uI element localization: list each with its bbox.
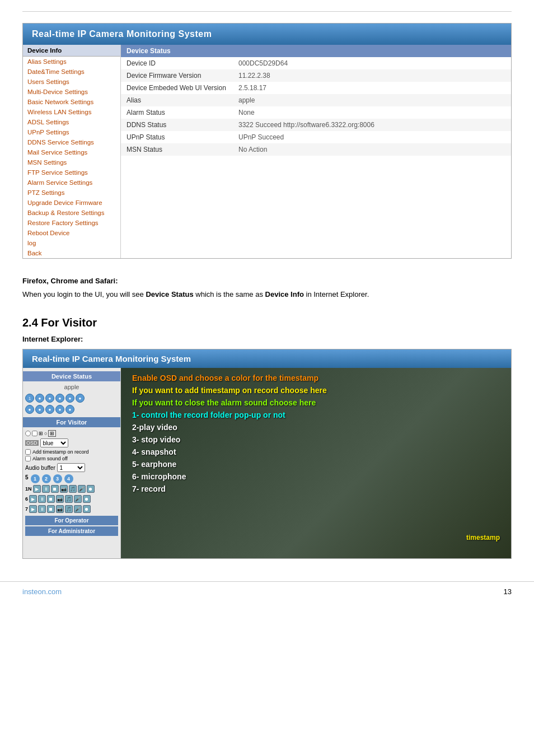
num-circle-2[interactable]: 2 [42, 474, 51, 483]
add-timestamp-checkbox[interactable] [25, 449, 31, 455]
alarm-sound-checkbox[interactable] [25, 456, 31, 461]
controls-row-2: ● ● ● ● ● [23, 404, 120, 415]
add-timestamp-row: Add timestamp on record [23, 449, 120, 455]
controls-row-1: 1 ● ● ● ● ● [23, 393, 120, 404]
table-row: DDNS Status 3322 Succeed http://software… [121, 119, 511, 131]
sidebar-item-adsl[interactable]: ADSL Settings [23, 117, 120, 127]
overlay-line-7: 4- snapshot [132, 447, 500, 456]
camera-feed-overlay: Enable OSD and choose a color for the ti… [121, 368, 511, 558]
channel-btn-18[interactable]: 📷 [56, 505, 64, 513]
sidebar-item-upgrade[interactable]: Upgrade Device Firmware [23, 198, 120, 208]
sidebar-item-upnp[interactable]: UPnP Settings [23, 127, 120, 137]
control-btn-10[interactable]: ● [55, 405, 64, 414]
channel-btn-17[interactable]: ⏹ [47, 505, 55, 513]
sidebar-item-ddns[interactable]: DDNS Service Settings [23, 137, 120, 147]
device-status-header: Device Status [121, 45, 511, 57]
sidebar-item-backup[interactable]: Backup & Restore Settings [23, 208, 120, 218]
status-label: UPnP Status [121, 131, 233, 143]
control-btn-8[interactable]: ● [35, 405, 44, 414]
control-btn-2[interactable]: ● [35, 394, 44, 403]
channel-btn-4[interactable]: 📷 [60, 485, 68, 493]
radio-row: ⊞ ○ ⊞ [23, 430, 120, 437]
control-btn-5[interactable]: ● [65, 394, 74, 403]
overlay-line-4: 1- control the record folder pop-up or n… [132, 410, 500, 419]
num-circle-1[interactable]: 1 [31, 474, 40, 483]
section-24-subtitle: Internet Explorer: [22, 335, 512, 343]
visitor-panel-title: Real-time IP Camera Monitoring System [32, 354, 191, 363]
visitor-camera-panel: Real-time IP Camera Monitoring System De… [22, 349, 512, 559]
control-btn-1[interactable]: 1 [25, 394, 34, 403]
spacer-icon: ○ [44, 431, 47, 436]
sidebar-item-mail[interactable]: Mail Service Settings [23, 147, 120, 157]
audio-buffer-select[interactable]: 1 2 3 [57, 463, 85, 472]
control-btn-6[interactable]: ● [76, 394, 85, 403]
control-btn-4[interactable]: ● [55, 394, 64, 403]
checkbox-1[interactable] [32, 431, 38, 436]
channel-btn-3[interactable]: ⏹ [51, 485, 59, 493]
channel-btn-14[interactable]: ⏺ [83, 495, 91, 503]
visitor-camera-feed: Enable OSD and choose a color for the ti… [121, 368, 511, 558]
browser-note-bold1: Device Status [146, 290, 193, 298]
timestamp-label: timestamp [466, 534, 500, 542]
channel-btn-7[interactable]: ⏺ [87, 485, 95, 493]
table-row: Device Embeded Web UI Version 2.5.18.17 [121, 82, 511, 94]
channel-btn-13[interactable]: 🎤 [74, 495, 82, 503]
channel-btn-20[interactable]: 🎤 [74, 505, 82, 513]
channel-btn-6[interactable]: 🎤 [78, 485, 86, 493]
sidebar-item-users-settings[interactable]: Users Settings [23, 77, 120, 87]
browser-note-bold2: Device Info [265, 290, 304, 298]
channel-btn-16[interactable]: ⏸ [38, 505, 46, 513]
channel-btn-2[interactable]: ⏸ [42, 485, 50, 493]
overlay-line-1: Enable OSD and choose a color for the ti… [132, 374, 500, 382]
sidebar-item-back[interactable]: Back [23, 248, 120, 258]
for-administrator-button[interactable]: For Administrator [25, 526, 118, 536]
sidebar-item-wireless-lan[interactable]: Wireless LAN Settings [23, 107, 120, 117]
sidebar-item-restore-factory[interactable]: Restore Factory Settings [23, 218, 120, 228]
sidebar-item-alarm[interactable]: Alarm Service Settings [23, 178, 120, 188]
sidebar-item-reboot[interactable]: Reboot Device [23, 228, 120, 238]
channel-btn-1[interactable]: ▶ [33, 485, 41, 493]
sidebar-item-alias-settings[interactable]: Alias Settings [23, 57, 120, 67]
num-circle-4[interactable]: 4 [64, 474, 73, 483]
sidebar-item-multi-device[interactable]: Multi-Device Settings [23, 87, 120, 97]
status-label: Alarm Status [121, 106, 233, 119]
channel-btn-21[interactable]: ⏺ [83, 505, 91, 513]
radio-btn-1[interactable] [25, 431, 31, 436]
channel-btn-11[interactable]: 📷 [56, 495, 64, 503]
control-btn-3[interactable]: ● [45, 394, 54, 403]
channel-btn-8[interactable]: ▶ [29, 495, 37, 503]
sidebar-item-msn[interactable]: MSN Settings [23, 157, 120, 167]
sidebar-item-ftp[interactable]: FTP Service Settings [23, 167, 120, 178]
control-btn-11[interactable]: ● [65, 405, 74, 414]
browser-note-section: Firefox, Chrome and Safari: When you log… [22, 276, 512, 300]
overlay-line-5: 2-play video [132, 423, 500, 432]
table-row: Device Firmware Version 11.22.2.38 [121, 69, 511, 82]
channel-btn-15[interactable]: ▶ [29, 505, 37, 513]
status-value: None [233, 106, 511, 119]
for-operator-button[interactable]: For Operator [25, 516, 118, 525]
sidebar-item-basic-network[interactable]: Basic Network Settings [23, 97, 120, 107]
overlay-line-6: 3- stop video [132, 435, 500, 444]
grid-icon: ⊞ [48, 430, 56, 437]
sidebar-item-datetime-settings[interactable]: Date&Time Settings [23, 67, 120, 77]
control-btn-9[interactable]: ● [45, 405, 54, 414]
status-value: UPnP Succeed [233, 131, 511, 143]
overlay-line-3: If you want to close the alarm sound cho… [132, 398, 500, 407]
ch-label-1: 1N [25, 486, 32, 492]
channel-row-2: 6 ▶ ⏸ ⏹ 📷 🎵 🎤 ⏺ [23, 494, 120, 503]
visitor-device-status-label: Device Status [23, 371, 120, 381]
channel-row-3: 7 ▶ ⏸ ⏹ 📷 🎵 🎤 ⏺ [23, 505, 120, 514]
channel-btn-5[interactable]: 🎵 [69, 485, 77, 493]
sidebar-item-log[interactable]: log [23, 238, 120, 248]
control-btn-7[interactable]: ● [25, 405, 34, 414]
channel-btn-19[interactable]: 🎵 [65, 505, 73, 513]
page-footer: insteon.com 13 [0, 581, 534, 601]
num-circle-3[interactable]: 3 [53, 474, 62, 483]
page-number: 13 [504, 587, 512, 596]
status-value: 11.22.2.38 [233, 69, 511, 82]
osd-color-select[interactable]: blue red green [40, 438, 68, 447]
channel-btn-10[interactable]: ⏹ [47, 495, 55, 503]
sidebar-item-ptz[interactable]: PTZ Settings [23, 188, 120, 198]
channel-btn-12[interactable]: 🎵 [65, 495, 73, 503]
channel-btn-9[interactable]: ⏸ [38, 495, 46, 503]
